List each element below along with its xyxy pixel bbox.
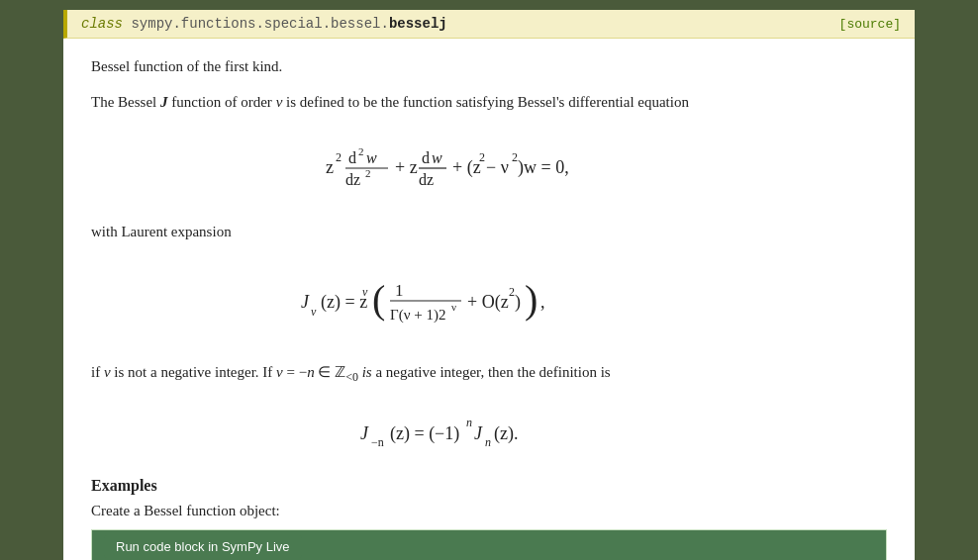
svg-text:(z) = z: (z) = z [321, 292, 367, 313]
svg-text:− ν: − ν [486, 157, 509, 177]
svg-text:): ) [515, 292, 521, 313]
svg-text:2: 2 [336, 150, 342, 164]
laurent-label: with Laurent expansion [91, 224, 887, 240]
svg-text:−n: −n [371, 435, 384, 449]
class-keyword: class [81, 16, 123, 32]
svg-text:Γ(ν + 1)2: Γ(ν + 1)2 [390, 307, 445, 324]
svg-text:,: , [540, 292, 545, 312]
svg-text:1: 1 [395, 281, 404, 300]
svg-text:(z) = (−1): (z) = (−1) [390, 423, 459, 444]
svg-text:ν: ν [362, 285, 368, 299]
svg-text:ν: ν [311, 305, 317, 319]
content-area: Bessel function of the first kind. The B… [63, 39, 915, 560]
create-text: Create a Bessel function object: [91, 503, 887, 519]
nu-symbol-inline: ν [104, 364, 111, 380]
examples-title: Examples [91, 477, 887, 495]
svg-text:d: d [348, 149, 356, 166]
svg-text:dz: dz [345, 171, 360, 188]
svg-text:+ z: + z [395, 157, 418, 177]
svg-text:2: 2 [479, 150, 485, 164]
svg-text:(: ( [372, 277, 385, 322]
class-signature: class sympy.functions.special.bessel.bes… [81, 16, 447, 32]
svg-text:)w = 0,: )w = 0, [518, 157, 569, 178]
svg-text:w: w [432, 149, 442, 166]
svg-text:J: J [474, 423, 483, 443]
class-path: sympy.functions.special.bessel. [131, 16, 388, 32]
class-header: class sympy.functions.special.bessel.bes… [63, 10, 915, 39]
long-description: The Bessel J function of order ν is defi… [91, 90, 887, 114]
run-button-container: Run code block in SymPy Live [92, 530, 886, 560]
svg-text:): ) [525, 277, 538, 322]
negative-integer-text: if ν is not a negative integer. If ν = −… [91, 360, 887, 387]
svg-text:2: 2 [365, 167, 371, 179]
svg-text:n: n [466, 416, 472, 429]
differential-equation: z 2 d 2 w dz 2 + z d w dz + (z 2 [91, 132, 887, 206]
run-code-button[interactable]: Run code block in SymPy Live [104, 535, 302, 558]
svg-text:dz: dz [419, 171, 434, 188]
source-link[interactable]: [source] [839, 17, 901, 32]
code-block-wrapper: Run code block in SymPy Live >>> from sy… [91, 529, 887, 560]
short-description: Bessel function of the first kind. [91, 54, 887, 78]
negative-integer-formula: J −n (z) = (−1) n J n (z). [91, 405, 887, 459]
svg-text:w: w [366, 149, 377, 166]
svg-text:n: n [485, 435, 491, 449]
svg-text:J: J [301, 292, 310, 312]
svg-text:J: J [360, 423, 369, 443]
svg-text:(z).: (z). [494, 423, 518, 444]
laurent-expansion: J ν (z) = z ν ( 1 Γ(ν + 1)2 ν + O(z 2 ) [91, 258, 887, 342]
svg-text:+ O(z: + O(z [467, 292, 509, 313]
class-name: besselj [389, 16, 447, 32]
documentation-panel: class sympy.functions.special.bessel.bes… [63, 10, 915, 560]
svg-text:+ (z: + (z [452, 157, 481, 178]
svg-text:ν: ν [451, 301, 456, 313]
nu-symbol-inline2: ν [276, 364, 283, 380]
svg-text:z: z [326, 157, 334, 177]
svg-text:2: 2 [358, 145, 364, 157]
svg-text:d: d [422, 149, 430, 166]
